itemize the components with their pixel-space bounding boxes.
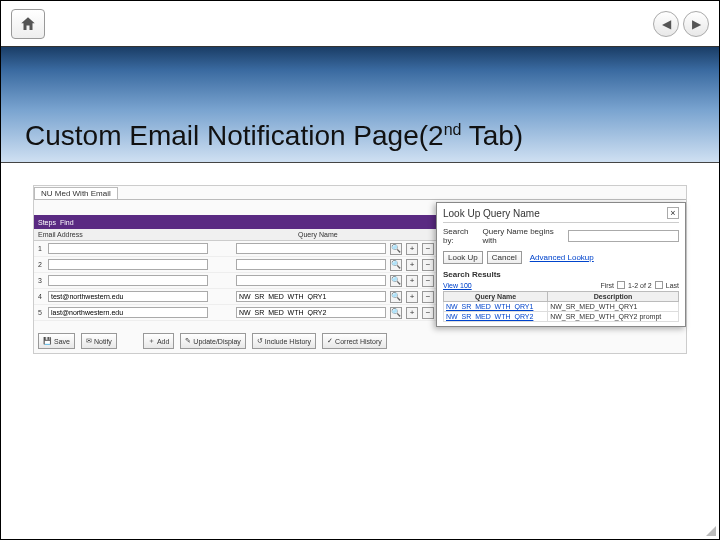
title-suffix: Tab) [461,120,523,151]
row-number: 3 [38,277,44,284]
lookup-icon[interactable]: 🔍 [390,259,402,271]
app-tabs: NU Med With Email [34,186,686,200]
plus-icon: ＋ [148,336,155,346]
search-by-label: Search by: [443,227,479,245]
row-number: 2 [38,261,44,268]
popup-title: Look Up Query Name [443,208,540,219]
search-field-label: Query Name begins with [483,227,564,245]
query-name-field[interactable] [236,259,386,270]
lookup-icon[interactable]: 🔍 [390,275,402,287]
email-field[interactable] [48,307,208,318]
home-icon [19,15,37,33]
row-number: 4 [38,293,44,300]
content-area: NU Med With Email Help Steps Find Person… [1,163,719,540]
popup-first[interactable]: First [600,282,614,289]
result-row[interactable]: NW_SR_MED_WTH_QRY1NW_SR_MED_WTH_QRY1 [444,302,679,312]
query-name-field[interactable] [236,275,386,286]
lookup-popup: Look Up Query Name × Search by: Query Na… [436,202,686,327]
title-band: Custom Email Notification Page(2nd Tab) [1,47,719,163]
grid-tab-find[interactable]: Find [60,219,74,226]
update-display-button[interactable]: ✎Update/Display [180,333,245,349]
update-icon: ✎ [185,337,191,345]
email-field[interactable] [48,291,208,302]
title-sup: nd [444,121,462,138]
query-name-field[interactable] [236,307,386,318]
add-row-button[interactable]: + [406,243,418,255]
notify-icon: ✉ [86,337,92,345]
add-button[interactable]: ＋Add [143,333,174,349]
home-button[interactable] [11,9,45,39]
email-field[interactable] [48,259,208,270]
lookup-button[interactable]: Look Up [443,251,483,264]
result-query[interactable]: NW_SR_MED_WTH_QRY1 [444,302,548,312]
query-name-field[interactable] [236,291,386,302]
notify-button[interactable]: ✉Notify [81,333,117,349]
close-icon: × [670,208,675,218]
popup-pager-info: 1-2 of 2 [628,282,652,289]
bottom-buttons: 💾Save ✉Notify ＋Add ✎Update/Display ↺Incl… [34,329,686,353]
history-icon: ↺ [257,337,263,345]
advanced-lookup-link[interactable]: Advanced Lookup [530,253,594,262]
grid-tab-steps[interactable]: Steps [38,219,56,226]
view-100-link[interactable]: View 100 [443,282,472,289]
slide-topbar: ◀ ▶ [1,1,719,47]
lookup-icon[interactable]: 🔍 [390,291,402,303]
popup-close-button[interactable]: × [667,207,679,219]
row-number: 5 [38,309,44,316]
email-field[interactable] [48,275,208,286]
title-prefix: Custom Email Notification Page(2 [25,120,444,151]
app-screenshot: NU Med With Email Help Steps Find Person… [33,185,687,354]
add-row-button[interactable]: + [406,291,418,303]
col-email: Email Address [38,231,188,238]
add-row-button[interactable]: + [406,307,418,319]
delete-row-button[interactable]: − [422,275,434,287]
result-query[interactable]: NW_SR_MED_WTH_QRY2 [444,312,548,322]
search-input[interactable] [568,230,679,242]
delete-row-button[interactable]: − [422,291,434,303]
add-row-button[interactable]: + [406,275,418,287]
search-results-label: Search Results [443,270,679,279]
results-table: Query Name Description NW_SR_MED_WTH_QRY… [443,291,679,322]
lookup-icon[interactable]: 🔍 [390,243,402,255]
popup-next-icon[interactable] [655,281,663,289]
include-history-button[interactable]: ↺Include History [252,333,316,349]
query-name-field[interactable] [236,243,386,254]
add-row-button[interactable]: + [406,259,418,271]
result-row[interactable]: NW_SR_MED_WTH_QRY2NW_SR_MED_WTH_QRY2 pro… [444,312,679,322]
popup-last[interactable]: Last [666,282,679,289]
slide-nav: ◀ ▶ [653,11,709,37]
save-button[interactable]: 💾Save [38,333,75,349]
cancel-button[interactable]: Cancel [487,251,522,264]
email-field[interactable] [48,243,208,254]
delete-row-button[interactable]: − [422,307,434,319]
lookup-icon[interactable]: 🔍 [390,307,402,319]
result-desc: NW_SR_MED_WTH_QRY2 prompt [548,312,679,322]
delete-row-button[interactable]: − [422,243,434,255]
page-title: Custom Email Notification Page(2nd Tab) [1,120,523,162]
resize-handle-icon [704,524,716,536]
row-number: 1 [38,245,44,252]
delete-row-button[interactable]: − [422,259,434,271]
result-desc: NW_SR_MED_WTH_QRY1 [548,302,679,312]
popup-prev-icon[interactable] [617,281,625,289]
tab-nu-med-with-email[interactable]: NU Med With Email [34,187,118,199]
next-slide-button[interactable]: ▶ [683,11,709,37]
th-query-name: Query Name [444,292,548,302]
save-icon: 💾 [43,337,52,345]
correct-history-button[interactable]: ✓Correct History [322,333,387,349]
col-query: Query Name [298,231,448,238]
th-description: Description [548,292,679,302]
correct-icon: ✓ [327,337,333,345]
prev-slide-button[interactable]: ◀ [653,11,679,37]
